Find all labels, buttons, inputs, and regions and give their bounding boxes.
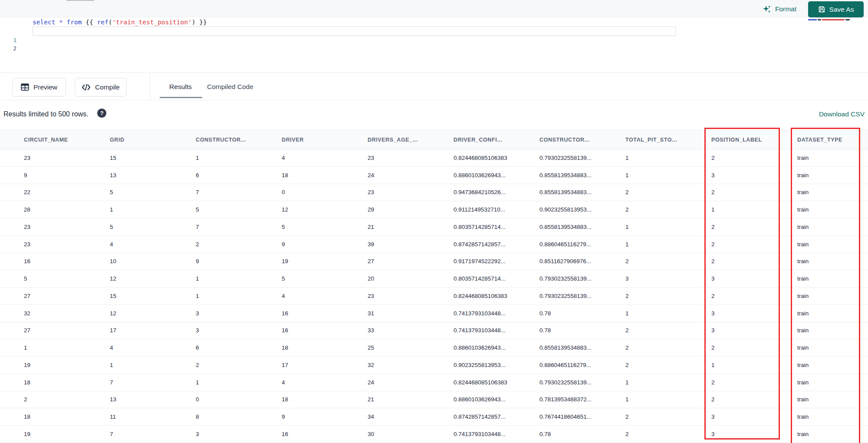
table-cell: 3	[196, 327, 282, 334]
help-icon[interactable]: ?	[97, 109, 106, 118]
table-cell: 16	[282, 310, 368, 317]
table-cell: train	[797, 379, 868, 386]
save-icon	[818, 6, 825, 13]
code-token-string: 'train_test_position'	[112, 19, 191, 26]
code-token-brace: {{	[85, 19, 97, 26]
table-cell: 0.9473684210526...	[454, 189, 539, 195]
table-cell: 4	[282, 155, 368, 161]
table-row: 3212316310.7413793103448...0.7813train	[0, 305, 868, 322]
table-row: 23429390.8742857142857...0.8860465116279…	[0, 236, 868, 253]
table-cell: 1	[196, 275, 282, 282]
table-cell: 2	[711, 189, 797, 195]
table-cell: 2	[711, 344, 797, 351]
tab-results[interactable]: Results	[169, 73, 192, 100]
table-cell: 1	[625, 155, 711, 161]
format-button[interactable]: Format	[762, 3, 796, 15]
results-toolbar: Preview Compile Results Compiled Code	[0, 73, 868, 100]
table-cell: train	[797, 293, 868, 299]
table-cell: 0.7413793103448...	[454, 431, 539, 437]
table-cell: 2	[24, 396, 110, 403]
table-cell: 8	[196, 413, 282, 420]
code-line-1[interactable]: select * from {{ ref('train_test_positio…	[33, 19, 207, 26]
toolbar-divider	[150, 73, 150, 100]
table-row: 231514230.8244680851063830.7930232558139…	[0, 149, 868, 167]
download-csv-link[interactable]: Download CSV	[819, 110, 865, 118]
table-cell: 3	[625, 275, 711, 282]
table-cell: train	[797, 310, 868, 317]
code-token-operator: *	[59, 19, 66, 26]
table-cell: 2	[625, 189, 711, 195]
table-cell: 18	[24, 413, 110, 420]
table-cell: 19	[24, 362, 110, 368]
table-cell: 11	[110, 413, 196, 420]
column-header: TOTAL_PIT_STO...	[625, 137, 711, 143]
table-cell: train	[797, 344, 868, 351]
line-number-2: 2	[3, 45, 16, 52]
table-cell: 1	[711, 206, 797, 213]
tab-compiled-code[interactable]: Compiled Code	[207, 73, 253, 100]
table-cell: 9	[282, 241, 368, 248]
table-cell: 19	[24, 431, 110, 437]
table-cell: 0.7930232558139...	[539, 155, 625, 161]
table-cell: 1	[625, 310, 711, 317]
table-row: 23575210.8035714285714...0.8558139534883…	[0, 218, 868, 236]
table-cell: 0.9112149532710...	[454, 206, 539, 213]
active-line-highlight[interactable]	[33, 26, 676, 36]
table-cell: 13	[110, 396, 196, 403]
table-row: 18714240.8244680851063830.7930232558139.…	[0, 374, 868, 391]
table-cell: 2	[625, 344, 711, 351]
column-header: DRIVERS_AGE_...	[368, 137, 454, 143]
table-cell: 18	[282, 172, 368, 179]
table-cell: 28	[24, 206, 110, 213]
table-cell: 1	[110, 362, 196, 368]
table-cell: 1	[24, 344, 110, 351]
compile-button[interactable]: Compile	[75, 78, 127, 96]
status-row: Results limited to 500 rows. ? Download …	[0, 101, 868, 130]
table-cell: 0.78	[539, 310, 625, 317]
sparkles-icon	[762, 4, 772, 14]
table-cell: 27	[368, 258, 454, 264]
ide-root: Format Save As 1 2 select * from {{ ref(…	[0, 0, 868, 443]
table-cell: 29	[368, 206, 454, 213]
preview-button[interactable]: Preview	[12, 78, 66, 96]
table-cell: 1	[625, 396, 711, 403]
line-number-1: 1	[3, 37, 16, 43]
table-cell: 2	[625, 431, 711, 437]
table-row: 913618240.8860103626943...0.855813953488…	[0, 167, 868, 184]
table-cell: 3	[711, 172, 797, 179]
table-cell: 22	[24, 189, 110, 195]
table-cell: 3	[711, 275, 797, 282]
table-cell: 21	[368, 396, 454, 403]
table-cell: train	[797, 206, 868, 213]
table-row: 191217320.9023255813953...0.886046511627…	[0, 357, 868, 374]
table-cell: 10	[110, 258, 196, 264]
table-cell: 0	[282, 189, 368, 195]
table-cell: 0.7930232558139...	[539, 379, 625, 386]
table-cell: 0.8742857142857...	[454, 413, 539, 420]
table-cell: 1	[196, 379, 282, 386]
sql-editor[interactable]: 1 2 select * from {{ ref('train_test_pos…	[0, 18, 868, 73]
table-cell: 2	[711, 155, 797, 161]
table-row: 197316300.7413793103448...0.7823train	[0, 426, 868, 443]
table-row: 2717316330.7413793103448...0.7823train	[0, 322, 868, 340]
table-cell: 0.8860465116279...	[539, 362, 625, 368]
table-cell: 5	[196, 206, 282, 213]
table-cell: 5	[282, 224, 368, 230]
table-cell: 5	[110, 189, 196, 195]
table-cell: 0.8860465116279...	[539, 241, 625, 248]
save-as-button[interactable]: Save As	[808, 1, 864, 17]
table-cell: 2	[196, 241, 282, 248]
table-cell: 18	[282, 344, 368, 351]
table-cell: 34	[368, 413, 454, 420]
table-cell: 3	[196, 310, 282, 317]
table-cell: 2	[625, 327, 711, 334]
table-cell: 0.78	[539, 327, 625, 334]
table-cell: 0.8558139534883...	[539, 172, 625, 179]
table-cell: 0.8558139534883...	[539, 224, 625, 230]
table-cell: 23	[368, 293, 454, 299]
table-cell: 27	[24, 327, 110, 334]
table-cell: 16	[282, 431, 368, 437]
table-cell: 12	[282, 206, 368, 213]
table-cell: 0.8558139534883...	[539, 344, 625, 351]
table-row: 14618250.8860103626943...0.8558139534883…	[0, 339, 868, 357]
